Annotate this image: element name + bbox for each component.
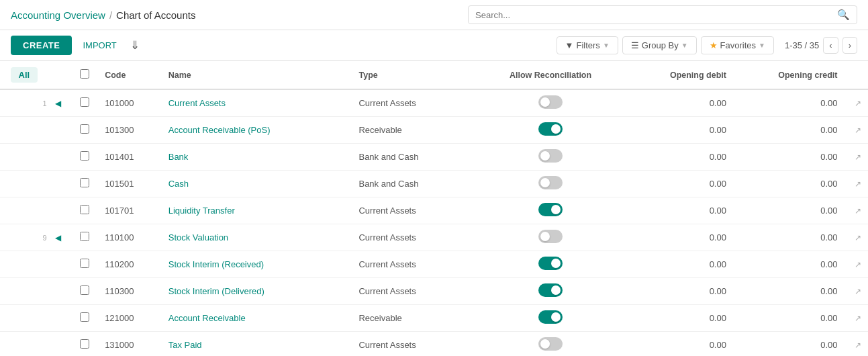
reconcile-toggle[interactable] (538, 337, 563, 351)
search-input[interactable] (475, 10, 837, 20)
download-button[interactable]: ⇓ (128, 36, 142, 55)
row-checkbox[interactable] (80, 151, 89, 161)
select-all-checkbox[interactable] (80, 69, 89, 79)
expand-icon[interactable]: ↗ (855, 126, 861, 135)
expand-icon[interactable]: ↗ (855, 260, 861, 269)
row-checkbox[interactable] (80, 339, 89, 349)
table-row: 110200Stock Interim (Received)Current As… (0, 251, 868, 278)
row-checkbox[interactable] (80, 232, 89, 241)
row-collapse-arrow[interactable] (48, 171, 71, 197)
row-name[interactable]: Bank (162, 144, 352, 171)
row-expand-cell[interactable]: ↗ (844, 332, 868, 357)
expand-icon[interactable]: ↗ (855, 287, 861, 296)
row-name[interactable]: Liquidity Transfer (162, 197, 352, 224)
row-reconcile-cell[interactable] (479, 117, 622, 144)
row-expand-cell[interactable]: ↗ (844, 144, 868, 171)
row-checkbox-cell[interactable] (71, 144, 98, 171)
reconcile-toggle[interactable] (538, 176, 563, 189)
search-icon[interactable]: 🔍 (837, 9, 850, 21)
reconcile-toggle[interactable] (538, 230, 563, 243)
pagination-prev[interactable]: ‹ (823, 37, 838, 54)
row-checkbox-cell[interactable] (71, 197, 98, 224)
reconcile-toggle[interactable] (538, 257, 563, 270)
row-expand-cell[interactable]: ↗ (844, 278, 868, 305)
row-name[interactable]: Account Receivable (162, 305, 352, 332)
row-collapse-arrow[interactable] (48, 278, 71, 305)
reconcile-toggle[interactable] (538, 283, 563, 297)
row-collapse-arrow[interactable]: ◀ (48, 89, 71, 117)
row-collapse-arrow[interactable] (48, 251, 71, 278)
row-name[interactable]: Stock Interim (Delivered) (162, 278, 352, 305)
all-tag-button[interactable]: All (11, 67, 38, 83)
row-reconcile-cell[interactable] (479, 251, 622, 278)
row-checkbox-cell[interactable] (71, 117, 98, 144)
row-checkbox-cell[interactable] (71, 332, 98, 357)
row-reconcile-cell[interactable] (479, 224, 622, 251)
row-checkbox-cell[interactable] (71, 305, 98, 332)
row-expand-cell[interactable]: ↗ (844, 89, 868, 117)
row-reconcile-cell[interactable] (479, 332, 622, 357)
row-reconcile-cell[interactable] (479, 171, 622, 197)
pagination-next[interactable]: › (842, 37, 857, 54)
expand-icon[interactable]: ↗ (855, 206, 861, 216)
table-row: 101401BankBank and Cash 0.000.00↗ (0, 144, 868, 171)
reconcile-toggle[interactable] (538, 310, 563, 324)
row-checkbox[interactable] (80, 312, 89, 322)
row-expand-cell[interactable]: ↗ (844, 251, 868, 278)
row-checkbox-cell[interactable] (71, 89, 98, 117)
th-checkbox[interactable] (71, 61, 98, 89)
row-reconcile-cell[interactable] (479, 144, 622, 171)
row-checkbox[interactable] (80, 285, 89, 295)
row-collapse-arrow[interactable] (48, 332, 71, 357)
expand-icon[interactable]: ↗ (855, 179, 861, 189)
accounts-table: All Code Name Type Allow Reconciliation … (0, 61, 868, 356)
th-all[interactable]: All (0, 61, 48, 89)
expand-icon[interactable]: ↗ (855, 152, 861, 162)
reconcile-toggle[interactable] (538, 203, 563, 216)
reconcile-toggle[interactable] (538, 149, 563, 163)
row-name[interactable]: Current Assets (162, 89, 352, 117)
reconcile-toggle[interactable] (538, 95, 563, 109)
groupby-button[interactable]: ☰ Group By ▼ (622, 36, 697, 54)
row-name[interactable]: Cash (162, 171, 352, 197)
filters-button[interactable]: ▼ Filters ▼ (557, 36, 618, 54)
row-expand-cell[interactable]: ↗ (844, 197, 868, 224)
row-checkbox-cell[interactable] (71, 171, 98, 197)
row-checkbox[interactable] (80, 97, 89, 107)
row-checkbox-cell[interactable] (71, 278, 98, 305)
row-expand-cell[interactable]: ↗ (844, 224, 868, 251)
breadcrumb-parent[interactable]: Accounting Overview (11, 9, 105, 21)
row-collapse-arrow[interactable] (48, 305, 71, 332)
expand-icon[interactable]: ↗ (855, 233, 861, 242)
row-collapse-arrow[interactable] (48, 144, 71, 171)
row-collapse-arrow[interactable] (48, 197, 71, 224)
reconcile-toggle[interactable] (538, 122, 563, 136)
row-name[interactable]: Tax Paid (162, 332, 352, 357)
row-checkbox[interactable] (80, 178, 89, 187)
row-name[interactable]: Stock Interim (Received) (162, 251, 352, 278)
expand-icon[interactable]: ↗ (855, 314, 861, 323)
row-reconcile-cell[interactable] (479, 197, 622, 224)
th-opening-debit: Opening debit (622, 61, 733, 89)
row-collapse-arrow[interactable] (48, 117, 71, 144)
row-reconcile-cell[interactable] (479, 305, 622, 332)
row-expand-cell[interactable]: ↗ (844, 117, 868, 144)
create-button[interactable]: CREATE (11, 36, 72, 55)
row-collapse-arrow[interactable]: ◀ (48, 224, 71, 251)
row-name[interactable]: Stock Valuation (162, 224, 352, 251)
row-checkbox[interactable] (80, 259, 89, 268)
th-code: Code (98, 61, 162, 89)
row-checkbox-cell[interactable] (71, 224, 98, 251)
row-checkbox-cell[interactable] (71, 251, 98, 278)
row-checkbox[interactable] (80, 124, 89, 134)
row-name[interactable]: Account Receivable (PoS) (162, 117, 352, 144)
favorites-button[interactable]: ★ Favorites ▼ (701, 36, 774, 54)
expand-icon[interactable]: ↗ (855, 99, 861, 108)
row-checkbox[interactable] (80, 205, 89, 214)
row-reconcile-cell[interactable] (479, 278, 622, 305)
row-expand-cell[interactable]: ↗ (844, 305, 868, 332)
row-expand-cell[interactable]: ↗ (844, 171, 868, 197)
import-button[interactable]: IMPORT (80, 36, 119, 55)
expand-icon[interactable]: ↗ (855, 341, 861, 350)
row-reconcile-cell[interactable] (479, 89, 622, 117)
